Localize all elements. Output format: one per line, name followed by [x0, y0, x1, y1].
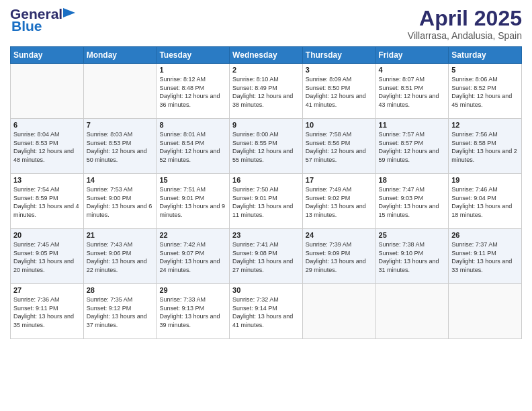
- daylight-text: Daylight: 12 hours and 38 minutes.: [232, 92, 300, 109]
- daylight-text: Daylight: 13 hours and 27 minutes.: [232, 257, 300, 274]
- day-number: 6: [13, 121, 81, 129]
- calendar-week-row: 6Sunrise: 8:04 AMSunset: 8:53 PMDaylight…: [11, 119, 522, 174]
- sunrise-text: Sunrise: 7:51 AM: [159, 185, 226, 194]
- daylight-text: Daylight: 12 hours and 55 minutes.: [232, 147, 300, 164]
- day-number: 5: [451, 66, 519, 74]
- sunrise-text: Sunrise: 7:35 AM: [87, 295, 154, 304]
- table-row: 8Sunrise: 8:01 AMSunset: 8:54 PMDaylight…: [157, 119, 230, 174]
- day-number: 8: [159, 121, 226, 129]
- sunrise-text: Sunrise: 8:09 AM: [306, 75, 373, 84]
- table-row: 29Sunrise: 7:33 AMSunset: 9:13 PMDayligh…: [157, 284, 230, 339]
- page-title: April 2025: [408, 7, 522, 30]
- sunrise-text: Sunrise: 7:46 AM: [451, 185, 519, 194]
- day-info: Sunrise: 8:09 AMSunset: 8:50 PMDaylight:…: [306, 75, 373, 109]
- sunrise-text: Sunrise: 8:12 AM: [159, 75, 226, 84]
- sunset-text: Sunset: 8:53 PM: [87, 139, 154, 148]
- day-info: Sunrise: 7:47 AMSunset: 9:03 PMDaylight:…: [379, 185, 446, 219]
- sunrise-text: Sunrise: 8:03 AM: [87, 130, 154, 139]
- sunrise-text: Sunrise: 8:07 AM: [379, 75, 446, 84]
- sunrise-text: Sunrise: 7:43 AM: [87, 240, 154, 249]
- day-info: Sunrise: 7:43 AMSunset: 9:06 PMDaylight:…: [87, 240, 154, 274]
- sunrise-text: Sunrise: 7:41 AM: [232, 240, 300, 249]
- table-row: 22Sunrise: 7:42 AMSunset: 9:07 PMDayligh…: [157, 229, 230, 284]
- calendar-page: General Blue April 2025 Villarrasa, Anda…: [0, 0, 532, 411]
- header-friday: Friday: [375, 47, 449, 64]
- day-info: Sunrise: 7:54 AMSunset: 8:59 PMDaylight:…: [13, 185, 81, 219]
- table-row: 2Sunrise: 8:10 AMSunset: 8:49 PMDaylight…: [230, 64, 303, 119]
- day-info: Sunrise: 7:32 AMSunset: 9:14 PMDaylight:…: [232, 295, 300, 329]
- sunset-text: Sunset: 8:53 PM: [13, 139, 81, 148]
- day-info: Sunrise: 7:36 AMSunset: 9:11 PMDaylight:…: [13, 295, 81, 329]
- sunrise-text: Sunrise: 7:42 AM: [159, 240, 226, 249]
- daylight-text: Daylight: 13 hours and 2 minutes.: [451, 147, 519, 164]
- sunrise-text: Sunrise: 7:38 AM: [379, 240, 446, 249]
- day-number: 3: [306, 66, 373, 74]
- sunset-text: Sunset: 9:01 PM: [159, 194, 226, 203]
- daylight-text: Daylight: 12 hours and 36 minutes.: [159, 92, 226, 109]
- table-row: 12Sunrise: 7:56 AMSunset: 8:58 PMDayligh…: [449, 119, 522, 174]
- sunset-text: Sunset: 9:06 PM: [87, 249, 154, 258]
- daylight-text: Daylight: 12 hours and 59 minutes.: [379, 147, 446, 164]
- daylight-text: Daylight: 12 hours and 48 minutes.: [13, 147, 81, 164]
- title-block: April 2025 Villarrasa, Andalusia, Spain: [408, 7, 522, 41]
- daylight-text: Daylight: 13 hours and 35 minutes.: [13, 312, 81, 329]
- day-number: 24: [306, 231, 373, 239]
- daylight-text: Daylight: 13 hours and 29 minutes.: [306, 257, 373, 274]
- day-number: 19: [451, 176, 519, 184]
- logo-blue: Blue: [11, 18, 42, 34]
- header-saturday: Saturday: [449, 47, 522, 64]
- calendar-header-row: Sunday Monday Tuesday Wednesday Thursday…: [11, 47, 522, 64]
- sunrise-text: Sunrise: 7:33 AM: [159, 295, 226, 304]
- sunset-text: Sunset: 8:49 PM: [232, 84, 300, 93]
- daylight-text: Daylight: 13 hours and 13 minutes.: [306, 202, 373, 219]
- sunrise-text: Sunrise: 8:10 AM: [232, 75, 300, 84]
- logo-flag-icon: [63, 8, 78, 19]
- calendar-week-row: 27Sunrise: 7:36 AMSunset: 9:11 PMDayligh…: [11, 284, 522, 339]
- day-number: 23: [232, 231, 300, 239]
- table-row: 14Sunrise: 7:53 AMSunset: 9:00 PMDayligh…: [83, 174, 157, 229]
- table-row: 7Sunrise: 8:03 AMSunset: 8:53 PMDaylight…: [83, 119, 157, 174]
- day-info: Sunrise: 8:12 AMSunset: 8:48 PMDaylight:…: [159, 75, 226, 109]
- sunset-text: Sunset: 8:58 PM: [451, 139, 519, 148]
- daylight-text: Daylight: 13 hours and 39 minutes.: [159, 312, 226, 329]
- table-row: 16Sunrise: 7:50 AMSunset: 9:01 PMDayligh…: [230, 174, 303, 229]
- day-number: 10: [306, 121, 373, 129]
- sunset-text: Sunset: 8:52 PM: [451, 84, 519, 93]
- sunrise-text: Sunrise: 8:00 AM: [232, 130, 300, 139]
- daylight-text: Daylight: 13 hours and 6 minutes.: [87, 202, 154, 219]
- day-number: 7: [87, 121, 154, 129]
- table-row: 18Sunrise: 7:47 AMSunset: 9:03 PMDayligh…: [375, 174, 449, 229]
- day-info: Sunrise: 8:01 AMSunset: 8:54 PMDaylight:…: [159, 130, 226, 164]
- table-row: 17Sunrise: 7:49 AMSunset: 9:02 PMDayligh…: [302, 174, 375, 229]
- day-number: 16: [232, 176, 300, 184]
- table-row: 30Sunrise: 7:32 AMSunset: 9:14 PMDayligh…: [230, 284, 303, 339]
- daylight-text: Daylight: 13 hours and 22 minutes.: [87, 257, 154, 274]
- sunset-text: Sunset: 9:05 PM: [13, 249, 81, 258]
- day-info: Sunrise: 7:33 AMSunset: 9:13 PMDaylight:…: [159, 295, 226, 329]
- header-monday: Monday: [83, 47, 157, 64]
- sunset-text: Sunset: 9:12 PM: [87, 304, 154, 313]
- sunrise-text: Sunrise: 7:47 AM: [379, 185, 446, 194]
- day-info: Sunrise: 7:38 AMSunset: 9:10 PMDaylight:…: [379, 240, 446, 274]
- day-number: 12: [451, 121, 519, 129]
- sunrise-text: Sunrise: 7:37 AM: [451, 240, 519, 249]
- table-row: 13Sunrise: 7:54 AMSunset: 8:59 PMDayligh…: [11, 174, 84, 229]
- day-info: Sunrise: 7:35 AMSunset: 9:12 PMDaylight:…: [87, 295, 154, 329]
- day-number: 30: [232, 286, 300, 294]
- table-row: 10Sunrise: 7:58 AMSunset: 8:56 PMDayligh…: [302, 119, 375, 174]
- sunset-text: Sunset: 9:13 PM: [159, 304, 226, 313]
- daylight-text: Daylight: 13 hours and 18 minutes.: [451, 202, 519, 219]
- calendar-week-row: 20Sunrise: 7:45 AMSunset: 9:05 PMDayligh…: [11, 229, 522, 284]
- table-row: 6Sunrise: 8:04 AMSunset: 8:53 PMDaylight…: [11, 119, 84, 174]
- daylight-text: Daylight: 12 hours and 45 minutes.: [451, 92, 519, 109]
- calendar-week-row: 1Sunrise: 8:12 AMSunset: 8:48 PMDaylight…: [11, 64, 522, 119]
- sunset-text: Sunset: 8:57 PM: [379, 139, 446, 148]
- table-row: [375, 284, 449, 339]
- day-number: 18: [379, 176, 446, 184]
- sunset-text: Sunset: 9:10 PM: [379, 249, 446, 258]
- day-number: 29: [159, 286, 226, 294]
- sunrise-text: Sunrise: 7:56 AM: [451, 130, 519, 139]
- table-row: [83, 64, 157, 119]
- day-number: 28: [87, 286, 154, 294]
- table-row: 4Sunrise: 8:07 AMSunset: 8:51 PMDaylight…: [375, 64, 449, 119]
